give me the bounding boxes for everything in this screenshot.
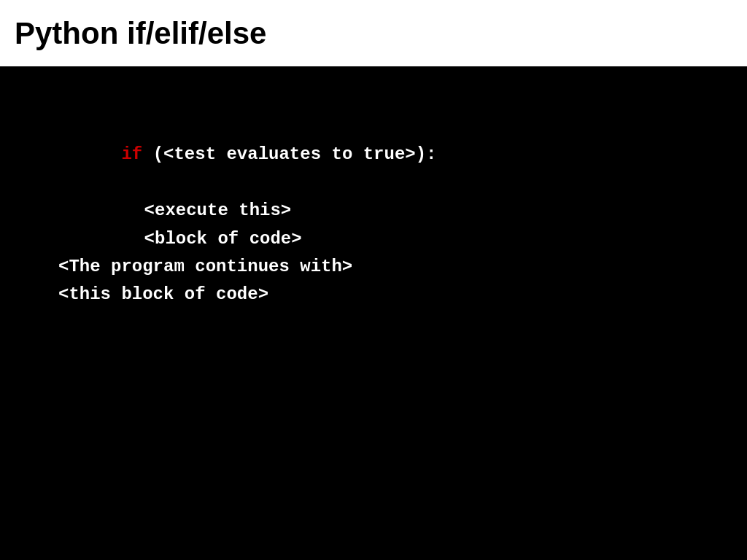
page-title: Python if/elif/else xyxy=(15,16,266,51)
code-block: if (<test evaluates to true>): <execute … xyxy=(58,113,689,309)
header-bar: Python if/elif/else xyxy=(0,0,747,69)
code-line-1: if (<test evaluates to true>): xyxy=(58,113,689,197)
code-line-5: <this block of code> xyxy=(58,281,689,308)
code-line-2: <execute this> xyxy=(58,197,689,225)
code-line-4: <The program continues with> xyxy=(58,253,689,281)
keyword-if: if xyxy=(121,144,142,164)
code-line-1-rest: (<test evaluates to true>): xyxy=(142,144,436,164)
main-content-area: if (<test evaluates to true>): <execute … xyxy=(0,69,747,560)
code-line-3: <block of code> xyxy=(58,225,689,253)
